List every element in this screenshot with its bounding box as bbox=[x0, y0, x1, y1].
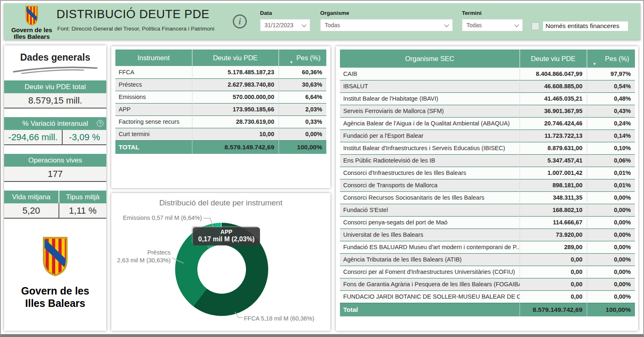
info-icon[interactable]: i bbox=[233, 14, 247, 28]
table-row[interactable]: APP173.950.185,662,03% bbox=[115, 103, 326, 115]
table-row[interactable]: CAIB8.404.866.047,9997,97% bbox=[340, 68, 635, 80]
row-value-cell[interactable]: 289,00 bbox=[520, 241, 587, 253]
table-row[interactable]: Factoring sense recurs28.730.619,000,33% bbox=[115, 115, 326, 128]
row-value-cell[interactable]: 1.007.001,42 bbox=[520, 167, 587, 179]
row-label-cell[interactable]: Fons de Garantia Agrària i Pesquera de l… bbox=[340, 278, 520, 290]
row-pes-cell[interactable]: 0,01% bbox=[587, 167, 635, 179]
table-row[interactable]: Agència Balear de l'Aigua i de la Qualit… bbox=[340, 117, 635, 130]
row-label-cell[interactable]: Emissions bbox=[115, 91, 192, 103]
row-pes-cell[interactable]: 0,48% bbox=[587, 92, 635, 105]
row-value-cell[interactable]: 0,00 bbox=[520, 266, 587, 278]
row-pes-cell[interactable]: 60,36% bbox=[279, 66, 326, 78]
row-value-cell[interactable]: 0,00 bbox=[520, 278, 587, 290]
row-pes-cell[interactable]: 0,54% bbox=[587, 80, 635, 92]
row-value-cell[interactable]: 20.746.424,46 bbox=[520, 117, 587, 130]
row-value-cell[interactable]: 5.178.485.187,23 bbox=[192, 66, 279, 78]
col-header-deute[interactable]: Deute viu PDE bbox=[520, 49, 587, 68]
table-row[interactable]: Consorci de Transports de Mallorca898.18… bbox=[340, 179, 635, 191]
row-pes-cell[interactable]: 0,01% bbox=[587, 179, 635, 191]
col-header-pes[interactable]: ▼Pes (%) bbox=[587, 49, 635, 68]
row-label-cell[interactable]: Consorci Recursos Sociosanitaris de les … bbox=[340, 191, 520, 204]
row-label-cell[interactable]: Serveis Ferroviaris de Mallorca (SFM) bbox=[340, 105, 520, 117]
row-label-cell[interactable]: Consorci de Transports de Mallorca bbox=[340, 179, 520, 191]
row-pes-cell[interactable]: 0,24% bbox=[587, 117, 635, 130]
row-pes-cell[interactable]: 0,00% bbox=[587, 191, 635, 204]
table-row[interactable]: Fundació S'Estel168.802,100,00% bbox=[340, 204, 635, 216]
row-pes-cell[interactable]: 0,00% bbox=[587, 266, 635, 278]
table-row[interactable]: FFCA5.178.485.187,2360,36% bbox=[115, 66, 326, 78]
row-value-cell[interactable]: 8.879.631,00 bbox=[520, 142, 587, 154]
row-value-cell[interactable]: 0,00 bbox=[520, 290, 587, 303]
row-label-cell[interactable]: Fundació per a l'Esport Balear bbox=[340, 130, 520, 142]
row-pes-cell[interactable]: 97,97% bbox=[587, 68, 635, 80]
table-row[interactable]: Préstecs2.627.983.740,8030,63% bbox=[115, 78, 326, 91]
row-value-cell[interactable]: 73.920,00 bbox=[520, 229, 587, 241]
row-label-cell[interactable]: Factoring sense recurs bbox=[115, 115, 192, 128]
row-value-cell[interactable]: 11.723.722,13 bbox=[520, 130, 587, 142]
row-value-cell[interactable]: 41.465.035,21 bbox=[520, 92, 587, 105]
row-label-cell[interactable]: Consorci per al Foment d'Infraestructure… bbox=[340, 266, 520, 278]
col-header-organisme[interactable]: Organisme SEC bbox=[340, 49, 520, 68]
row-label-cell[interactable]: FFCA bbox=[115, 66, 192, 78]
row-value-cell[interactable]: 46.608.885,00 bbox=[520, 80, 587, 92]
row-label-cell[interactable]: IBSALUT bbox=[340, 80, 520, 92]
row-value-cell[interactable]: 5.347.457,41 bbox=[520, 154, 587, 167]
row-value-cell[interactable]: 10,00 bbox=[192, 128, 279, 140]
row-label-cell[interactable]: Institut Balear d'Infraestructures i Ser… bbox=[340, 142, 520, 154]
row-pes-cell[interactable]: 0,33% bbox=[279, 115, 326, 128]
row-label-cell[interactable]: Universitat de les Illes Balears bbox=[340, 229, 520, 241]
table-row[interactable]: Emissions570.000.000,006,64% bbox=[115, 91, 326, 103]
table-row[interactable]: Consorci penya-segats del port de Maó114… bbox=[340, 216, 635, 229]
row-label-cell[interactable]: Curt termini bbox=[115, 128, 192, 140]
row-value-cell[interactable]: 2.627.983.740,80 bbox=[192, 78, 279, 91]
row-value-cell[interactable]: 0,00 bbox=[520, 253, 587, 266]
row-pes-cell[interactable]: 6,64% bbox=[279, 91, 326, 103]
row-pes-cell[interactable]: 0,00% bbox=[587, 229, 635, 241]
row-pes-cell[interactable]: 0,00% bbox=[587, 241, 635, 253]
table-row[interactable]: Agència Tributaria de les Illes Balears … bbox=[340, 253, 635, 266]
table-row[interactable]: Consorci per al Foment d'Infraestructure… bbox=[340, 266, 635, 278]
row-label-cell[interactable]: Fundació S'Estel bbox=[340, 204, 520, 216]
row-pes-cell[interactable]: 0,14% bbox=[587, 130, 635, 142]
table-row[interactable]: Fundació per a l'Esport Balear11.723.722… bbox=[340, 130, 635, 142]
row-label-cell[interactable]: APP bbox=[115, 103, 192, 115]
row-pes-cell[interactable]: 0,06% bbox=[587, 154, 635, 167]
col-header-pes[interactable]: ▼Pes (%) bbox=[279, 49, 326, 66]
row-value-cell[interactable]: 36.901.367,95 bbox=[520, 105, 587, 117]
col-header-instrument[interactable]: Instrument bbox=[115, 49, 192, 66]
row-label-cell[interactable]: Consorci penya-segats del port de Maó bbox=[340, 216, 520, 229]
row-pes-cell[interactable]: 0,00% bbox=[587, 216, 635, 229]
table-row[interactable]: Universitat de les Illes Balears73.920,0… bbox=[340, 229, 635, 241]
row-value-cell[interactable]: 570.000.000,00 bbox=[192, 91, 279, 103]
row-pes-cell[interactable]: 0,10% bbox=[587, 142, 635, 154]
row-label-cell[interactable]: Agència Tributaria de les Illes Balears … bbox=[340, 253, 520, 266]
row-label-cell[interactable]: Institut Balear de l'Habitatge (IBAVI) bbox=[340, 92, 520, 105]
row-value-cell[interactable]: 28.730.619,00 bbox=[192, 115, 279, 128]
table-row[interactable]: Curt termini10,000,00% bbox=[115, 128, 326, 140]
row-value-cell[interactable]: 898.181,00 bbox=[520, 179, 587, 191]
row-value-cell[interactable]: 114.666,67 bbox=[520, 216, 587, 229]
row-label-cell[interactable]: Fundació ES BALUARD Museu d'art modern i… bbox=[340, 241, 520, 253]
termini-dropdown[interactable]: Todas bbox=[462, 19, 523, 31]
row-label-cell[interactable]: Consorci d'Infraestructures de les Illes… bbox=[340, 167, 520, 179]
table-row[interactable]: Fons de Garantia Agrària i Pesquera de l… bbox=[340, 278, 635, 290]
row-pes-cell[interactable]: 0,00% bbox=[587, 290, 635, 303]
table-row[interactable]: Consorci d'Infraestructures de les Illes… bbox=[340, 167, 635, 179]
table-row[interactable]: FUNDACIO JARDI BOTANIC DE SOLLER-MUSEU B… bbox=[340, 290, 635, 303]
row-pes-cell[interactable]: 0,00% bbox=[587, 278, 635, 290]
row-pes-cell[interactable]: 0,00% bbox=[279, 128, 326, 140]
table-row[interactable]: IBSALUT46.608.885,000,54% bbox=[340, 80, 635, 92]
row-pes-cell[interactable]: 30,63% bbox=[279, 78, 326, 91]
help-icon[interactable]: ? bbox=[97, 120, 103, 127]
table-row[interactable]: Fundació ES BALUARD Museu d'art modern i… bbox=[340, 241, 635, 253]
row-label-cell[interactable]: Agència Balear de l'Aigua i de la Qualit… bbox=[340, 117, 520, 130]
row-value-cell[interactable]: 348.311,35 bbox=[520, 191, 587, 204]
row-pes-cell[interactable]: 0,00% bbox=[587, 204, 635, 216]
row-label-cell[interactable]: Préstecs bbox=[115, 78, 192, 91]
instrument-total-row[interactable]: TOTAL 8.579.149.742,69 100,00% bbox=[115, 140, 326, 154]
row-value-cell[interactable]: 173.950.185,66 bbox=[192, 103, 279, 115]
financial-entities-checkbox[interactable] bbox=[532, 22, 539, 30]
row-value-cell[interactable]: 8.404.866.047,99 bbox=[520, 68, 587, 80]
row-label-cell[interactable]: FUNDACIO JARDI BOTANIC DE SOLLER-MUSEU B… bbox=[340, 290, 520, 303]
table-row[interactable]: Consorci Recursos Sociosanitaris de les … bbox=[340, 191, 635, 204]
